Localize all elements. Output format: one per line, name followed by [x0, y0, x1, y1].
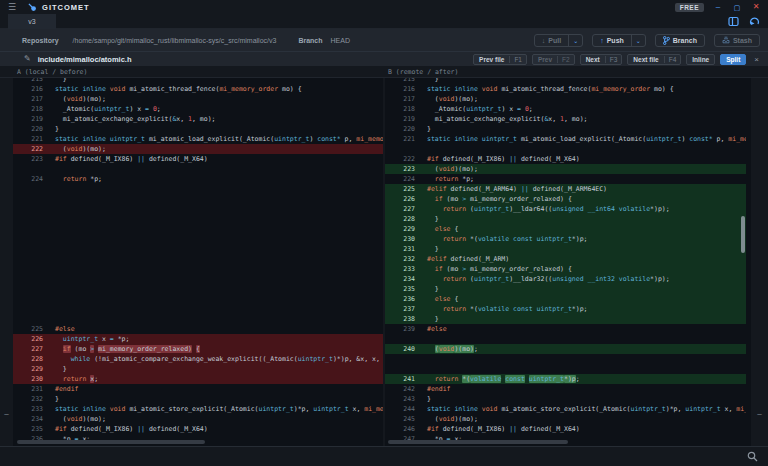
diff-code-line[interactable]: 229 else {: [385, 224, 746, 234]
diff-code-line[interactable]: 218 _Atomic(uintptr_t) x = 0;: [13, 104, 383, 114]
code-text: [43, 204, 383, 214]
left-side-strip: –: [0, 78, 13, 446]
diff-code-line[interactable]: 223 (void)(mo);: [385, 164, 746, 174]
diff-filler-line: [13, 314, 383, 324]
diff-code-line[interactable]: 220}: [13, 124, 383, 134]
diff-code-line[interactable]: 242#endif: [385, 384, 746, 394]
diff-code-line[interactable]: 237 return *(volatile const uintptr_t*)p…: [385, 304, 746, 314]
code-text: uintptr_t x = *p;: [43, 334, 383, 344]
left-horizontal-scrollbar-thumb[interactable]: [17, 440, 205, 444]
line-number: 231: [385, 244, 415, 254]
diff-code-line[interactable]: 235 }: [385, 284, 746, 294]
diff-code-line[interactable]: 225#else: [13, 324, 383, 334]
prev-file-button[interactable]: Prev file F1: [473, 54, 527, 65]
line-number: 238: [385, 314, 415, 324]
diff-code-line[interactable]: 238 }: [385, 314, 746, 324]
diff-code-line[interactable]: 234 return (uintptr_t)__ldar32((unsigned…: [385, 274, 746, 284]
close-diff-icon[interactable]: ×: [751, 55, 762, 64]
right-horizontal-scrollbar-thumb[interactable]: [388, 440, 568, 444]
diff-code-line[interactable]: 236 else {: [385, 294, 746, 304]
diff-code-line[interactable]: 233static inline void mi_atomic_store_ex…: [13, 404, 383, 414]
prev-hunk-button[interactable]: Prev F2: [532, 54, 575, 65]
tab-v3[interactable]: v3: [8, 14, 56, 29]
diff-code-line[interactable]: 227 if (mo > mi_memory_order_relaxed) {: [13, 344, 383, 354]
code-text: [43, 224, 383, 234]
push-button[interactable]: ↑ Push: [593, 35, 631, 46]
stash-button[interactable]: Stash: [715, 35, 759, 46]
menu-icon[interactable]: ☰: [8, 3, 16, 12]
diff-code-line[interactable]: 231#endif: [13, 384, 383, 394]
repo-toolbar: Repository /home/sampo/git/mimalloc_rust…: [0, 29, 768, 51]
line-number: 235: [13, 424, 43, 434]
diff-code-line[interactable]: 219 mi_atomic_exchange_explicit(&x, 1, m…: [13, 114, 383, 124]
diff-code-line[interactable]: 217 (void)(mo);: [385, 94, 746, 104]
diff-code-line[interactable]: 216static inline void mi_atomic_thread_f…: [385, 84, 746, 94]
left-panel-toggle[interactable]: –: [0, 410, 13, 418]
diff-code-line[interactable]: 221static inline uintptr_t mi_atomic_loa…: [385, 134, 746, 144]
search-icon[interactable]: [747, 451, 758, 462]
diff-code-line[interactable]: 246#if defined(_M_IX86) || defined(_M_X6…: [385, 424, 746, 434]
branch-label: Branch: [298, 37, 322, 44]
inline-view-button[interactable]: Inline: [686, 54, 715, 65]
diff-code-line[interactable]: 232#elif defined(_M_ARM): [385, 254, 746, 264]
code-text: #if defined(_M_IX86) || defined(_M_X64): [43, 154, 383, 164]
diff-code-line[interactable]: 218 _Atomic(uintptr_t) x = 0;: [385, 104, 746, 114]
key-hint-f2: F2: [557, 56, 574, 63]
branch-icon: [663, 36, 670, 45]
diff-code-line[interactable]: 224 return *p;: [385, 174, 746, 184]
panel-layout-icon[interactable]: [728, 16, 739, 27]
diff-code-line[interactable]: 244static inline void mi_atomic_store_ex…: [385, 404, 746, 414]
diff-code-line[interactable]: 217 (void)(mo);: [13, 94, 383, 104]
diff-code-line[interactable]: 243}: [385, 394, 746, 404]
line-number: 221: [385, 134, 415, 144]
diff-code-line[interactable]: 241 return *(volatile const uintptr_t*)p…: [385, 374, 746, 384]
diff-code-line[interactable]: 225#elif defined(_M_ARM64) || defined(_M…: [385, 184, 746, 194]
diff-code-line[interactable]: 232}: [13, 394, 383, 404]
diff-code-line[interactable]: 226 uintptr_t x = *p;: [13, 334, 383, 344]
pull-dropdown-button[interactable]: ⌄: [568, 35, 582, 46]
code-text: }: [43, 394, 383, 404]
diff-code-line[interactable]: 235#if defined(_M_IX86) || defined(_M_X6…: [13, 424, 383, 434]
right-panel-toggle[interactable]: –: [751, 410, 768, 418]
diff-code-line[interactable]: 245 (void)(mo);: [385, 414, 746, 424]
key-hint-f3: F3: [605, 56, 622, 63]
diff-code-line[interactable]: 231 }: [385, 244, 746, 254]
diff-code-line[interactable]: 221static inline uintptr_t mi_atomic_loa…: [13, 134, 383, 144]
undo-icon[interactable]: [749, 16, 760, 27]
diff-code-line[interactable]: 227 return (uintptr_t)__ldar64((unsigned…: [385, 204, 746, 214]
line-number: 217: [385, 94, 415, 104]
code-text: #endif: [43, 384, 383, 394]
push-dropdown-button[interactable]: ⌄: [631, 35, 645, 46]
diff-code-line[interactable]: 233 if (mo > mi_memory_order_relaxed) {: [385, 264, 746, 274]
diff-code-line[interactable]: 220}: [385, 124, 746, 134]
code-text: else {: [415, 224, 746, 234]
next-file-button[interactable]: Next file F4: [627, 54, 681, 65]
diff-code-line[interactable]: 224 return *p;: [13, 174, 383, 184]
code-text: [43, 214, 383, 224]
diff-code-line[interactable]: 216static inline void mi_atomic_thread_f…: [13, 84, 383, 94]
diff-code-line[interactable]: 228 while (!mi_atomic_compare_exchange_w…: [13, 354, 383, 364]
diff-code-line[interactable]: 228 }: [385, 214, 746, 224]
diff-code-line[interactable]: 222#if defined(_M_IX86) || defined(_M_X6…: [385, 154, 746, 164]
diff-code-line[interactable]: 219 mi_atomic_exchange_explicit(&x, 1, m…: [385, 114, 746, 124]
diff-code-line[interactable]: 226 if (mo > mi_memory_order_relaxed) {: [385, 194, 746, 204]
close-button[interactable]: ✕: [751, 3, 761, 11]
diff-code-line[interactable]: 223#if defined(_M_IX86) || defined(_M_X6…: [13, 154, 383, 164]
right-vertical-scrollbar-thumb[interactable]: [741, 216, 745, 253]
pull-button[interactable]: ↓ Pull: [535, 35, 568, 46]
diff-code-line[interactable]: 229 }: [13, 364, 383, 374]
diff-code-line[interactable]: 240 (void)(mo);: [385, 344, 746, 354]
diff-code-line[interactable]: 230 return x;: [13, 374, 383, 384]
code-text: [43, 254, 383, 264]
diff-code-line[interactable]: 230 return *(volatile const uintptr_t*)p…: [385, 234, 746, 244]
branch-button[interactable]: Branch: [656, 35, 704, 46]
minimize-button[interactable]: –: [713, 3, 723, 11]
diff-code-line[interactable]: 222 (void)(mo);: [13, 144, 383, 154]
split-view-button[interactable]: Split: [720, 54, 746, 65]
branch-button-group: Branch: [655, 34, 705, 47]
next-hunk-button[interactable]: Next F3: [580, 54, 623, 65]
diff-code-line[interactable]: 234 (void)(mo);: [13, 414, 383, 424]
code-text: static inline uintptr_t mi_atomic_load_e…: [415, 134, 746, 144]
diff-code-line[interactable]: 239#else: [385, 324, 746, 334]
maximize-button[interactable]: ▢: [732, 4, 742, 11]
